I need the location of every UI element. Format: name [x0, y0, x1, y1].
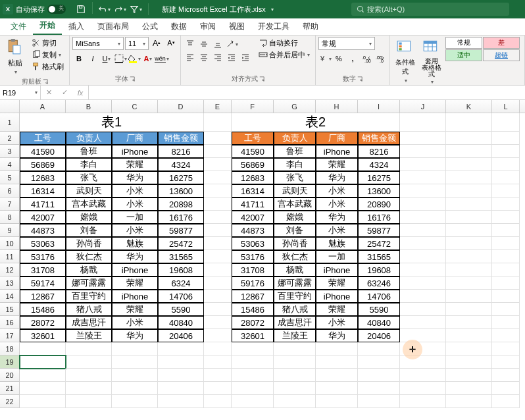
increase-decimal-icon[interactable]: .0.00 — [360, 53, 373, 65]
table2-cell[interactable]: 12867 — [232, 290, 274, 303]
table2-cell[interactable]: 张飞 — [274, 171, 316, 184]
align-left-icon[interactable] — [184, 51, 197, 63]
selected-cell[interactable] — [20, 355, 66, 369]
row-header-14[interactable]: 14 — [0, 290, 20, 303]
col-header-C[interactable]: C — [112, 100, 158, 113]
row-header-21[interactable]: 21 — [0, 382, 20, 395]
conditional-format-button[interactable]: 条件格式▾ — [393, 37, 418, 85]
undo-icon[interactable]: ▾ — [97, 2, 111, 16]
table2-cell[interactable]: 华为 — [316, 329, 358, 342]
table1-cell[interactable]: 59174 — [20, 276, 66, 290]
cell-style-link[interactable]: 超链 — [483, 49, 520, 61]
table1-cell[interactable]: 25472 — [158, 237, 204, 250]
table2-header[interactable]: 负责人 — [274, 132, 316, 145]
redo-icon[interactable]: ▾ — [113, 2, 127, 16]
cell-style-normal[interactable]: 常规 — [445, 37, 482, 49]
filter-icon[interactable]: ▾ — [128, 2, 143, 16]
table2-cell[interactable]: 孙尚香 — [274, 237, 316, 250]
confirm-icon[interactable]: ✓ — [57, 86, 72, 100]
col-header-H[interactable]: H — [316, 100, 358, 113]
table1-cell[interactable]: 华为 — [112, 250, 158, 263]
table2-cell[interactable]: 44873 — [232, 224, 274, 237]
table2-title[interactable]: 表2 — [232, 113, 400, 132]
wrap-text-button[interactable]: 自动换行 — [256, 37, 312, 49]
table1-header[interactable]: 厂商 — [112, 132, 158, 145]
fx-icon[interactable]: fx — [72, 86, 88, 100]
italic-button[interactable]: I — [86, 53, 99, 65]
table1-cell[interactable]: 12683 — [20, 171, 66, 184]
table1-cell[interactable]: 12867 — [20, 290, 66, 303]
table1-cell[interactable]: 猪八戒 — [66, 303, 112, 316]
table1-cell[interactable]: 杨戬 — [66, 263, 112, 276]
font-name-select[interactable]: MiSans▾ — [72, 37, 124, 50]
number-format-select[interactable]: 常规▾ — [318, 37, 375, 50]
table2-cell[interactable]: 16275 — [358, 171, 400, 184]
bold-button[interactable]: B — [72, 53, 86, 65]
table1-cell[interactable]: 32601 — [20, 329, 66, 342]
table2-cell[interactable]: 娜可露露 — [274, 276, 316, 290]
table1-cell[interactable]: 荣耀 — [112, 276, 158, 290]
table2-cell[interactable]: 4324 — [358, 158, 400, 171]
table1-cell[interactable]: 娜可露露 — [66, 276, 112, 290]
table1-cell[interactable]: 嫦娥 — [66, 211, 112, 224]
tab-data[interactable]: 数据 — [164, 18, 193, 35]
table1-header[interactable]: 工号 — [20, 132, 66, 145]
merge-center-button[interactable]: 合并后居中▾ — [256, 49, 312, 61]
percent-icon[interactable]: % — [332, 53, 345, 65]
table1-cell[interactable]: 魅族 — [112, 237, 158, 250]
table1-cell[interactable]: 31565 — [158, 250, 204, 263]
table2-cell[interactable]: 嫦娥 — [274, 211, 316, 224]
decrease-font-icon[interactable]: A▾ — [164, 37, 178, 49]
table1-cell[interactable]: 59877 — [158, 224, 204, 237]
font-size-select[interactable]: 11▾ — [125, 37, 149, 50]
row-header-13[interactable]: 13 — [0, 276, 20, 290]
table2-cell[interactable]: 小米 — [316, 316, 358, 329]
table1-cell[interactable]: iPhone — [112, 290, 158, 303]
row-header-9[interactable]: 9 — [0, 224, 20, 237]
table2-cell[interactable]: 31565 — [358, 250, 400, 263]
table1-cell[interactable]: 20406 — [158, 329, 204, 342]
table2-header[interactable]: 工号 — [232, 132, 274, 145]
cut-button[interactable]: 剪切 — [29, 37, 66, 49]
table1-cell[interactable]: 44873 — [20, 224, 66, 237]
table1-cell[interactable]: 刘备 — [66, 224, 112, 237]
comma-icon[interactable]: , — [346, 53, 359, 65]
row-header-22[interactable]: 22 — [0, 395, 20, 408]
row-header-5[interactable]: 5 — [0, 171, 20, 184]
table1-cell[interactable]: 28072 — [20, 316, 66, 329]
table2-cell[interactable]: 武则天 — [274, 184, 316, 197]
table2-cell[interactable]: iPhone — [316, 290, 358, 303]
increase-font-icon[interactable]: A▴ — [150, 37, 163, 49]
cell-style-good[interactable]: 适中 — [445, 49, 482, 61]
table2-cell[interactable]: 53176 — [232, 250, 274, 263]
col-header-K[interactable]: K — [446, 100, 492, 113]
row-header-3[interactable]: 3 — [0, 145, 20, 158]
table1-cell[interactable]: 20898 — [158, 197, 204, 211]
row-header-6[interactable]: 6 — [0, 184, 20, 197]
table2-cell[interactable]: 12683 — [232, 171, 274, 184]
table1-cell[interactable]: 15486 — [20, 303, 66, 316]
col-header-B[interactable]: B — [66, 100, 112, 113]
autosave-toggle[interactable]: 自动保存 关 — [16, 5, 66, 14]
table2-cell[interactable]: 狄仁杰 — [274, 250, 316, 263]
table2-cell[interactable]: 杨戬 — [274, 263, 316, 276]
table2-cell[interactable]: 一加 — [316, 250, 358, 263]
tab-insert[interactable]: 插入 — [62, 18, 91, 35]
table2-cell[interactable]: 小米 — [316, 197, 358, 211]
table2-cell[interactable]: 28072 — [232, 316, 274, 329]
format-table-button[interactable]: 套用 表格格式▾ — [419, 37, 444, 86]
align-middle-icon[interactable] — [197, 38, 211, 50]
table2-header[interactable]: 厂商 — [316, 132, 358, 145]
table1-cell[interactable]: 荣耀 — [112, 158, 158, 171]
table1-cell[interactable]: 宫本武藏 — [66, 197, 112, 211]
tab-formulas[interactable]: 公式 — [136, 18, 164, 35]
row-header-4[interactable]: 4 — [0, 158, 20, 171]
table2-cell[interactable]: 40840 — [358, 316, 400, 329]
table1-cell[interactable]: 小米 — [112, 224, 158, 237]
table1-cell[interactable]: iPhone — [112, 145, 158, 158]
table1-cell[interactable]: 41711 — [20, 197, 66, 211]
align-center-icon[interactable] — [197, 51, 211, 63]
table2-header[interactable]: 销售金额 — [358, 132, 400, 145]
table2-cell[interactable]: 13600 — [358, 184, 400, 197]
col-header-L[interactable]: L — [492, 100, 520, 113]
